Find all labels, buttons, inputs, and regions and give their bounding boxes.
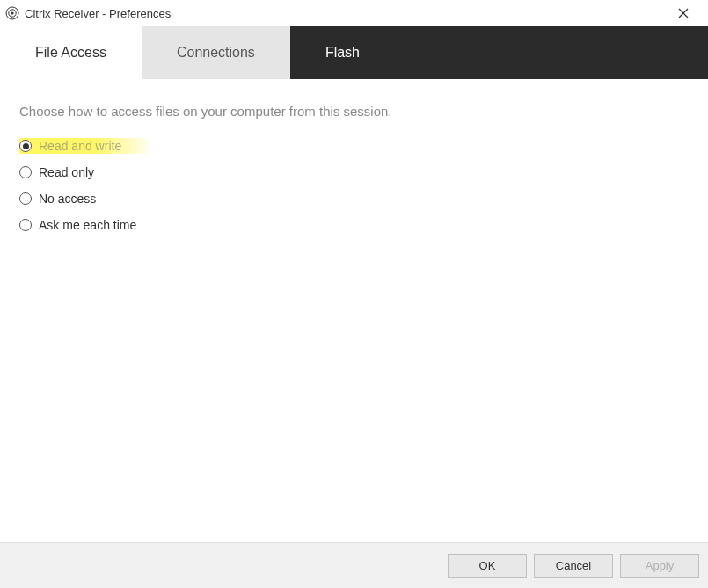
radio-circle-icon [19,192,32,205]
radio-ask-each-time[interactable]: Ask me each time [19,217,689,233]
window-title: Citrix Receiver - Preferences [25,7,171,20]
radio-read-only[interactable]: Read only [19,164,689,180]
tab-label: Flash [325,45,360,61]
svg-point-2 [11,11,13,14]
citrix-icon [5,6,19,20]
radio-circle-icon [19,219,32,231]
file-access-radio-group: Read and write Read only No access Ask m… [19,138,689,233]
tab-file-access[interactable]: File Access [0,26,142,79]
radio-no-access[interactable]: No access [19,191,689,207]
cancel-button[interactable]: Cancel [534,554,613,578]
tab-bar: File Access Connections Flash [0,26,708,79]
tab-connections[interactable]: Connections [142,26,290,79]
tab-label: Connections [177,45,255,61]
instruction-text: Choose how to access files on your compu… [19,104,689,119]
content-area: Choose how to access files on your compu… [0,79,708,258]
radio-label: Ask me each time [39,218,136,232]
ok-button[interactable]: OK [448,554,527,578]
radio-read-write[interactable]: Read and write [19,138,148,154]
tab-flash[interactable]: Flash [290,26,395,79]
radio-label: Read only [39,165,94,179]
radio-label: Read and write [39,139,121,153]
tab-label: File Access [35,45,106,61]
button-bar: OK Cancel Apply [0,542,708,588]
apply-button[interactable]: Apply [620,554,699,578]
titlebar: Citrix Receiver - Preferences [0,0,708,26]
titlebar-left: Citrix Receiver - Preferences [5,6,171,20]
close-button[interactable] [666,1,701,25]
radio-circle-icon [19,140,32,152]
radio-circle-icon [19,166,32,178]
radio-label: No access [39,192,96,206]
